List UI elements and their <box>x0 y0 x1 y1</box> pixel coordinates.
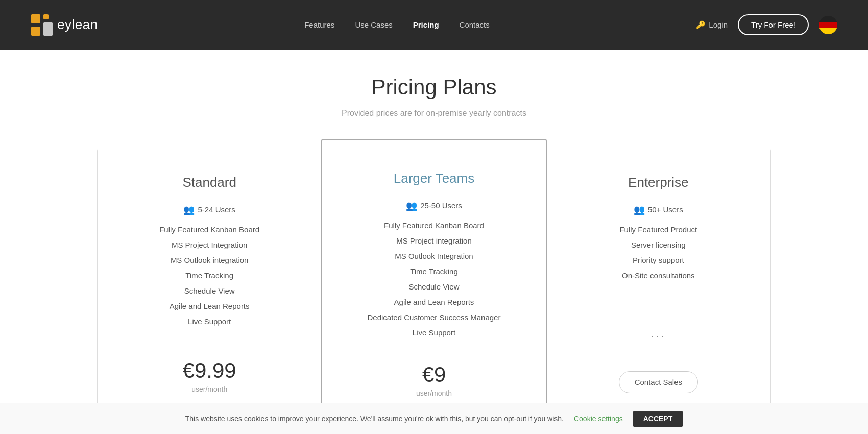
feature-item: Schedule View <box>368 281 501 293</box>
plan-larger-teams-users: 👥 25-50 Users <box>368 199 501 213</box>
svg-rect-1 <box>43 14 49 19</box>
cookie-message: This website uses cookies to improve you… <box>185 415 564 423</box>
feature-item: MS Project integration <box>368 235 501 247</box>
feature-item: Time Tracking <box>368 266 501 278</box>
plan-standard-price: €9.99 user/month <box>183 358 236 393</box>
plan-standard-title: Standard <box>182 175 236 190</box>
pricing-grid: Standard 👥 5-24 Users Fully Featured Kan… <box>97 149 771 414</box>
plan-standard-users: 👥 5-24 Users <box>159 203 259 218</box>
try-free-button[interactable]: Try For Free! <box>738 14 809 35</box>
feature-item: MS Outlook integration <box>159 254 259 267</box>
feature-item: Agile and Lean Reports <box>368 296 501 308</box>
price-period: user/month <box>416 389 452 397</box>
plan-standard: Standard 👥 5-24 Users Fully Featured Kan… <box>98 149 322 414</box>
logo-icon <box>31 14 53 36</box>
price-period: user/month <box>183 385 236 393</box>
nav-features[interactable]: Features <box>304 20 334 30</box>
plan-larger-teams-features: 👥 25-50 Users Fully Featured Kanban Boar… <box>368 199 501 342</box>
cookie-banner: This website uses cookies to improve you… <box>0 403 868 434</box>
feature-item: Dedicated Customer Success Manager <box>368 311 501 324</box>
logo-text: eylean <box>57 17 98 33</box>
feature-item: Fully Featured Kanban Board <box>368 220 501 232</box>
plan-enterprise-title: Enterprise <box>628 175 689 190</box>
nav-contacts[interactable]: Contacts <box>460 20 490 30</box>
users-icon: 👥 <box>183 203 195 218</box>
cookie-settings-link[interactable]: Cookie settings <box>574 415 623 423</box>
page-content: Pricing Plans Provided prices are for on… <box>0 50 868 434</box>
plan-enterprise-features: 👥 50+ Users Fully Featured Product Serve… <box>619 203 697 297</box>
svg-rect-0 <box>31 14 40 23</box>
feature-item: Time Tracking <box>159 270 259 282</box>
nav-pricing[interactable]: Pricing <box>413 20 439 30</box>
feature-item: Live Support <box>159 316 259 328</box>
nav-use-cases[interactable]: Use Cases <box>355 20 392 30</box>
svg-rect-2 <box>31 27 40 36</box>
main-nav: Features Use Cases Pricing Contacts <box>304 20 490 30</box>
page-title: Pricing Plans <box>97 75 771 100</box>
logo[interactable]: eylean <box>31 14 98 36</box>
price-amount: €9.99 <box>183 358 236 383</box>
feature-item: Schedule View <box>159 285 259 297</box>
contact-sales-button[interactable]: Contact Sales <box>619 371 698 393</box>
feature-item: MS Project Integration <box>159 239 259 251</box>
language-flag[interactable] <box>819 16 837 34</box>
feature-item: Agile and Lean Reports <box>159 300 259 312</box>
users-icon: 👥 <box>634 203 645 218</box>
enterprise-ellipsis: ... <box>650 327 666 341</box>
feature-item: Server licensing <box>619 239 697 251</box>
plan-larger-teams: Larger Teams 👥 25-50 Users Fully Feature… <box>321 139 546 424</box>
users-icon: 👥 <box>406 199 417 213</box>
price-amount: €9 <box>416 363 452 387</box>
navbar: eylean Features Use Cases Pricing Contac… <box>0 0 868 50</box>
feature-item: Fully Featured Kanban Board <box>159 224 259 236</box>
plan-enterprise-users: 👥 50+ Users <box>619 203 697 218</box>
login-link[interactable]: 🔑 Login <box>696 20 728 30</box>
plan-enterprise: Enterprise 👥 50+ Users Fully Featured Pr… <box>546 149 770 414</box>
plan-larger-teams-price: €9 user/month <box>416 363 452 397</box>
page-subtitle: Provided prices are for on-premise yearl… <box>97 109 771 118</box>
accept-button[interactable]: ACCEPT <box>633 411 683 427</box>
plan-larger-teams-title: Larger Teams <box>394 171 475 186</box>
feature-item: MS Outlook Integration <box>368 250 501 262</box>
feature-item: Live Support <box>368 327 501 339</box>
navbar-right: 🔑 Login Try For Free! <box>696 14 837 35</box>
plan-standard-features: 👥 5-24 Users Fully Featured Kanban Board… <box>159 203 259 338</box>
feature-item: On-Site consultations <box>619 270 697 282</box>
feature-item: Fully Featured Product <box>619 224 697 236</box>
feature-item: Priority support <box>619 254 697 267</box>
key-icon: 🔑 <box>696 20 706 30</box>
svg-rect-3 <box>43 22 53 36</box>
